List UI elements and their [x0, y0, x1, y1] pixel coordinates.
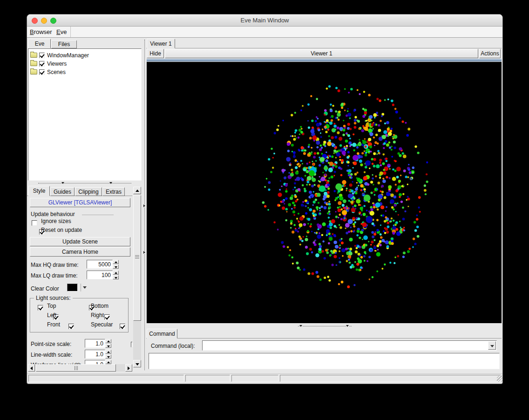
folder-icon	[30, 61, 37, 66]
light-right-label: Right	[91, 312, 104, 318]
point-size-field[interactable]: 1.0	[85, 339, 105, 348]
tree-checkbox[interactable]	[39, 61, 45, 67]
command-input[interactable]	[202, 340, 497, 351]
status-segment	[280, 375, 501, 382]
max-lq-label: Max LQ draw time:	[31, 272, 78, 279]
eve-main-window: Eve Main Window Browser Eve Eve Files Wi…	[27, 14, 503, 384]
line-width-spinner[interactable]	[105, 350, 111, 359]
clear-color-dropdown-icon[interactable]	[83, 286, 87, 289]
folder-icon	[30, 69, 37, 75]
menu-eve[interactable]: Eve	[56, 28, 67, 35]
point-size-label: Point-size scale:	[31, 341, 71, 347]
light-top-checkbox[interactable]	[38, 305, 43, 311]
clear-color-label: Clear Color	[31, 285, 59, 292]
style-panel-hscrollbar[interactable]	[28, 364, 132, 372]
tree-checkbox[interactable]	[39, 69, 45, 75]
folder-icon	[30, 53, 37, 58]
light-right-checkbox[interactable]	[104, 314, 110, 320]
tree-item-label[interactable]: WindowManager	[47, 52, 89, 59]
tab-viewer-1[interactable]: Viewer 1	[147, 39, 175, 48]
scroll-up-button[interactable]	[133, 187, 141, 194]
ignore-sizes-label: Ignore sizes	[41, 218, 71, 224]
tree-item-label[interactable]: Scenes	[47, 69, 66, 75]
max-lq-spinner[interactable]	[113, 271, 119, 279]
status-segment	[231, 375, 278, 382]
vertical-splitter[interactable]	[142, 38, 146, 372]
tree-item-label[interactable]: Viewers	[47, 61, 67, 67]
actions-button[interactable]: Actions	[479, 49, 501, 58]
menubar: Browser Eve	[27, 27, 502, 38]
splitter-arrow-icon	[143, 251, 145, 254]
tree-checkbox[interactable]	[39, 53, 45, 58]
left-horizontal-splitter[interactable]	[28, 181, 142, 186]
splitter-arrow-icon	[109, 182, 112, 184]
scroll-right-button[interactable]	[125, 364, 132, 372]
command-output[interactable]	[149, 353, 500, 369]
window-title: Eve Main Window	[27, 17, 502, 24]
point-size-spinner[interactable]	[105, 339, 111, 348]
resize-grip[interactable]	[497, 376, 503, 382]
light-specular-label: Specular	[91, 321, 113, 328]
tab-extras[interactable]: Extras	[102, 187, 125, 196]
window-titlebar[interactable]: Eve Main Window	[27, 14, 502, 27]
splitter-arrow-icon	[299, 325, 302, 327]
tree-row[interactable]: Scenes	[30, 68, 66, 76]
style-panel: Style Guides Clipping Extras GLViewer [T…	[27, 186, 142, 372]
gl-viewport-canvas[interactable]	[147, 62, 502, 323]
tab-style[interactable]: Style	[28, 186, 50, 196]
tab-command[interactable]: Command	[147, 329, 177, 339]
style-panel-vscrollbar[interactable]	[133, 187, 141, 367]
wireframe-spinner[interactable]	[105, 360, 111, 364]
max-lq-field[interactable]: 100	[87, 271, 113, 279]
tab-clipping[interactable]: Clipping	[75, 187, 102, 196]
max-hq-spinner[interactable]	[113, 260, 119, 269]
line-width-label: Line-width scale:	[31, 352, 72, 358]
max-hq-field[interactable]: 5000	[87, 260, 113, 269]
light-front-label: Front	[47, 321, 60, 328]
tree-row[interactable]: WindowManager	[30, 51, 89, 59]
light-bottom-label: Bottom	[91, 303, 109, 309]
tab-files[interactable]: Files	[51, 40, 77, 48]
viewer-titlebar[interactable]: Viewer 1	[165, 49, 478, 58]
wireframe-field[interactable]: 1.0	[85, 360, 105, 364]
status-segment	[185, 375, 230, 382]
line-width-field[interactable]: 1.0	[85, 350, 105, 359]
scroll-down-button[interactable]	[133, 360, 141, 367]
command-local-label: Command (local):	[151, 343, 195, 349]
tab-eve[interactable]: Eve	[28, 39, 51, 48]
ignore-sizes-checkbox[interactable]	[32, 220, 37, 226]
update-scene-button[interactable]: Update Scene	[30, 237, 130, 246]
scroll-left-button[interactable]	[28, 364, 35, 372]
right-horizontal-splitter[interactable]	[147, 324, 502, 328]
light-front-checkbox[interactable]	[68, 324, 74, 329]
style-panel-body: GLViewer [TGLSAViewer] Update behaviour …	[27, 196, 132, 364]
command-dropdown-button[interactable]	[488, 341, 496, 350]
tree-row[interactable]: Viewers	[30, 59, 67, 68]
status-segment	[28, 375, 184, 382]
point-size-checkbox[interactable]	[131, 342, 132, 347]
glviewer-button[interactable]: GLViewer [TGLSAViewer]	[30, 198, 130, 207]
status-bar	[27, 373, 503, 382]
light-top-label: Top	[47, 303, 56, 309]
splitter-arrow-icon	[143, 204, 145, 207]
vscroll-thumb[interactable]	[133, 195, 141, 321]
hide-button[interactable]: Hide	[147, 49, 164, 58]
splitter-arrow-icon	[61, 182, 64, 184]
clear-color-swatch[interactable]	[67, 284, 78, 291]
update-behaviour-title: Update behaviour	[31, 211, 75, 217]
menubar-divider	[70, 27, 71, 37]
tab-guides[interactable]: Guides	[50, 187, 75, 196]
hscroll-thumb[interactable]	[36, 364, 116, 372]
eve-tree: WindowManager Viewers Scenes	[28, 48, 142, 181]
splitter-arrow-icon	[346, 325, 349, 327]
menu-browser[interactable]: Browser	[30, 28, 52, 35]
light-sources-title: Light sources:	[34, 295, 73, 301]
light-left-label: Left	[47, 312, 56, 318]
light-sources-group: Light sources: Top Bottom Left Right Fro…	[30, 298, 129, 332]
camera-home-button[interactable]: Camera Home	[30, 247, 130, 257]
light-specular-checkbox[interactable]	[120, 324, 125, 329]
reset-on-update-label: Reset on update	[41, 227, 82, 233]
max-hq-label: Max HQ draw time:	[31, 262, 79, 268]
viewer-focus-strip	[147, 59, 502, 61]
